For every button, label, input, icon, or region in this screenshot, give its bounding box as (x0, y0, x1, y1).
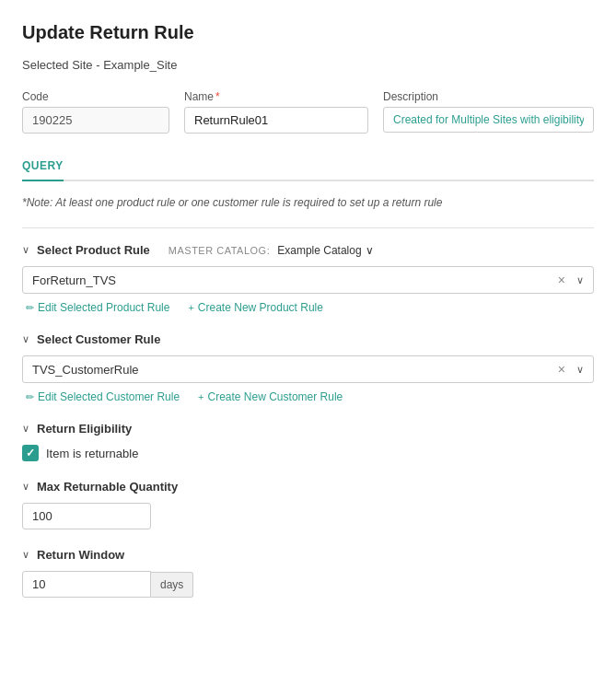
catalog-label: MASTER CATALOG: (169, 245, 270, 256)
return-window-section: ∨ Return Window days (22, 548, 594, 598)
divider (22, 227, 594, 228)
customer-rule-dropdown-actions: × ∨ (558, 362, 584, 377)
customer-rule-selected-value: TVS_CustomerRule (32, 363, 139, 377)
query-note: *Note: At least one product rule or one … (22, 196, 594, 209)
check-icon: ✓ (26, 447, 35, 459)
fields-row: Code Name* Description (22, 90, 594, 134)
item-returnable-checkbox[interactable]: ✓ (22, 445, 39, 461)
customer-rule-actions: ✏ Edit Selected Customer Rule + Create N… (22, 390, 594, 403)
return-window-header: ∨ Return Window (22, 548, 594, 562)
create-customer-rule-label: Create New Customer Rule (208, 390, 343, 403)
description-input[interactable] (383, 107, 594, 133)
customer-rule-dropdown[interactable]: TVS_CustomerRule × ∨ (22, 355, 594, 383)
create-product-rule-button[interactable]: + Create New Product Rule (188, 301, 323, 314)
customer-rule-dropdown-chevron-icon[interactable]: ∨ (576, 364, 584, 376)
product-rule-dropdown-chevron-icon[interactable]: ∨ (576, 274, 584, 286)
edit-customer-rule-label: Edit Selected Customer Rule (38, 390, 180, 403)
return-window-input-wrap: days (22, 571, 594, 598)
return-eligibility-row: ✓ Item is returnable (22, 445, 594, 461)
pencil-icon-2: ✏ (26, 391, 34, 403)
customer-rule-header: ∨ Select Customer Rule (22, 332, 594, 346)
pencil-icon: ✏ (26, 302, 34, 314)
product-rule-section: ∨ Select Product Rule MASTER CATALOG: Ex… (22, 243, 594, 314)
customer-rule-chevron-icon[interactable]: ∨ (22, 333, 29, 345)
required-marker: * (215, 90, 220, 103)
product-rule-dropdown-actions: × ∨ (558, 273, 584, 287)
code-input[interactable] (22, 107, 169, 134)
product-rule-selected-value: ForReturn_TVS (32, 273, 116, 287)
name-input[interactable] (184, 107, 368, 134)
product-rule-dropdown[interactable]: ForReturn_TVS × ∨ (22, 266, 594, 294)
tab-query[interactable]: QUERY (22, 152, 64, 181)
return-eligibility-header: ∨ Return Eligibility (22, 422, 594, 436)
max-quantity-input[interactable] (22, 503, 151, 529)
product-rule-clear-icon[interactable]: × (558, 273, 565, 287)
max-quantity-chevron-icon[interactable]: ∨ (22, 481, 29, 493)
return-eligibility-chevron-icon[interactable]: ∨ (22, 423, 29, 435)
description-field-group: Description (383, 90, 594, 133)
code-field-group: Code (22, 90, 169, 134)
product-rule-header: ∨ Select Product Rule MASTER CATALOG: Ex… (22, 243, 594, 257)
max-quantity-title: Max Returnable Quantity (37, 480, 178, 494)
selected-site-label: Selected Site - Example_Site (22, 58, 594, 72)
edit-product-rule-button[interactable]: ✏ Edit Selected Product Rule (26, 301, 169, 314)
max-quantity-input-wrap (22, 503, 594, 529)
max-quantity-section: ∨ Max Returnable Quantity (22, 480, 594, 529)
customer-rule-clear-icon[interactable]: × (558, 362, 565, 377)
catalog-chevron-icon[interactable]: ∨ (366, 244, 374, 257)
plus-icon: + (188, 302, 193, 313)
edit-customer-rule-button[interactable]: ✏ Edit Selected Customer Rule (26, 390, 180, 403)
name-label: Name* (184, 90, 368, 103)
return-window-title: Return Window (37, 548, 124, 562)
max-quantity-header: ∨ Max Returnable Quantity (22, 480, 594, 494)
product-rule-title: Select Product Rule (37, 243, 150, 257)
return-window-input[interactable] (22, 571, 151, 598)
item-returnable-label: Item is returnable (46, 447, 138, 460)
customer-rule-section: ∨ Select Customer Rule TVS_CustomerRule … (22, 332, 594, 403)
return-eligibility-title: Return Eligibility (37, 422, 132, 436)
code-label: Code (22, 90, 169, 103)
name-field-group: Name* (184, 90, 368, 134)
create-customer-rule-button[interactable]: + Create New Customer Rule (198, 390, 343, 403)
tabs-bar: QUERY (22, 152, 594, 181)
customer-rule-title: Select Customer Rule (37, 332, 160, 346)
days-badge: days (151, 572, 193, 598)
catalog-value: Example Catalog ∨ (277, 244, 373, 257)
edit-product-rule-label: Edit Selected Product Rule (38, 301, 169, 314)
page-title: Update Return Rule (22, 22, 594, 43)
create-product-rule-label: Create New Product Rule (198, 301, 323, 314)
return-eligibility-section: ∨ Return Eligibility ✓ Item is returnabl… (22, 422, 594, 461)
plus-icon-2: + (198, 391, 203, 402)
product-rule-chevron-icon[interactable]: ∨ (22, 244, 29, 256)
description-label: Description (383, 90, 594, 103)
product-rule-actions: ✏ Edit Selected Product Rule + Create Ne… (22, 301, 594, 314)
return-window-chevron-icon[interactable]: ∨ (22, 549, 29, 561)
